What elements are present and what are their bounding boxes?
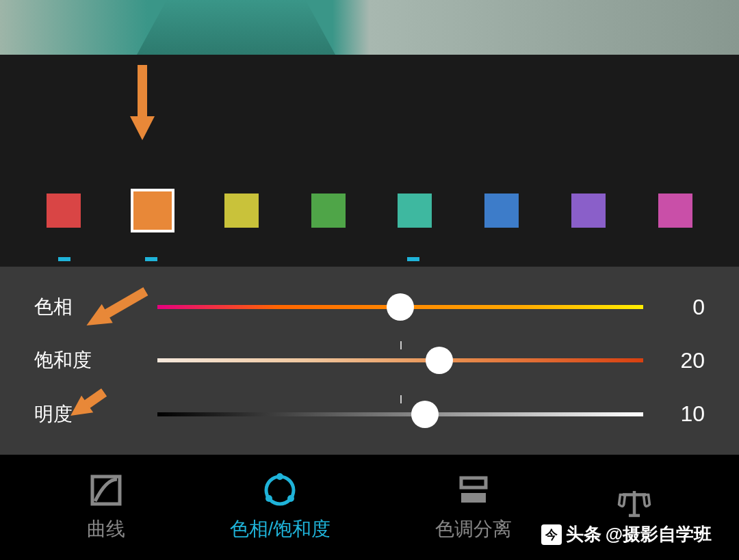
slider-sat-label: 饱和度 (34, 347, 157, 373)
slider-track (157, 412, 643, 416)
slider-sat-row: 饱和度 20 (34, 340, 705, 381)
swatch-tick (483, 257, 517, 261)
slider-sat-value: 20 (643, 348, 705, 373)
svg-rect-11 (461, 478, 486, 488)
nav-label: 色相/饱和度 (230, 516, 331, 542)
swatch-teal[interactable] (398, 194, 432, 228)
swatch-tick-row (0, 257, 739, 261)
color-picker-panel (0, 55, 739, 267)
svg-marker-1 (130, 116, 155, 140)
watermark-logo-icon: 今 (541, 524, 562, 545)
swatch-tick (571, 257, 605, 261)
slider-light[interactable] (157, 401, 643, 428)
photo-subject (137, 0, 335, 55)
slider-light-row: 明度 10 (34, 394, 705, 435)
swatch-green[interactable] (311, 194, 346, 228)
slider-thumb[interactable] (387, 293, 414, 321)
curves-icon (88, 472, 124, 508)
slider-sat[interactable] (157, 347, 643, 374)
photo-preview (0, 0, 739, 55)
slider-hue-value: 0 (643, 295, 705, 320)
svg-line-4 (85, 392, 105, 406)
nav-split-tone[interactable]: 色调分离 (435, 472, 512, 542)
slider-thumb[interactable] (426, 347, 453, 374)
sliders-panel: 色相 0 饱和度 20 明度 10 (0, 267, 739, 455)
swatch-red[interactable] (47, 194, 81, 228)
swatch-tick (309, 257, 343, 261)
svg-point-10 (287, 495, 294, 502)
swatch-tick (222, 257, 256, 261)
swatch-orange[interactable] (133, 191, 172, 230)
swatch-tick (396, 257, 430, 261)
svg-point-8 (276, 473, 283, 480)
hsl-icon (262, 472, 298, 508)
slider-light-value: 10 (643, 401, 705, 427)
bottom-nav: 曲线 色相/饱和度 色调分离 今 头条 @摄影自学班 (0, 455, 739, 560)
swatch-purple[interactable] (571, 194, 606, 228)
nav-curves[interactable]: 曲线 (87, 472, 125, 542)
center-tick (400, 395, 402, 403)
swatch-blue[interactable] (484, 194, 519, 228)
nav-label: 曲线 (87, 516, 125, 542)
balance-icon (617, 485, 652, 521)
center-tick (400, 341, 402, 349)
swatch-tick (658, 257, 692, 261)
nav-hsl[interactable]: 色相/饱和度 (230, 472, 331, 542)
slider-thumb[interactable] (411, 401, 439, 428)
svg-point-9 (265, 495, 272, 502)
watermark-text: @摄影自学班 (606, 522, 712, 546)
swatch-tick (47, 257, 81, 261)
swatch-tick (134, 257, 168, 261)
svg-rect-12 (461, 493, 486, 503)
split-tone-icon (456, 472, 491, 508)
annotation-arrow-down-icon (129, 65, 156, 143)
swatch-magenta[interactable] (658, 194, 692, 228)
slider-track (157, 358, 643, 362)
watermark: 今 头条 @摄影自学班 (541, 522, 712, 546)
color-swatch-row (0, 191, 739, 230)
watermark-prefix: 头条 (566, 522, 601, 546)
slider-hue[interactable] (157, 293, 643, 321)
swatch-yellow[interactable] (224, 194, 259, 228)
nav-label: 色调分离 (435, 516, 512, 542)
